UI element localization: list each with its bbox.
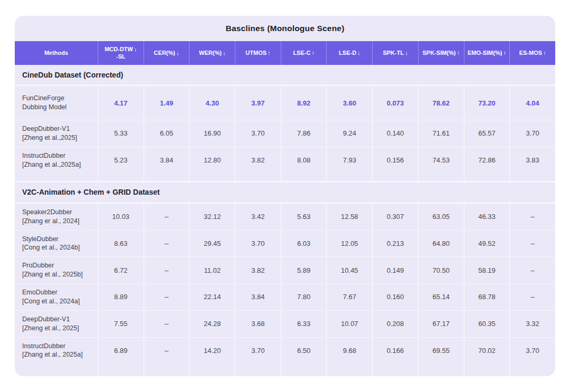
method-citation: [Zheng et al.,2025] [22, 133, 77, 142]
method-citation: [Cong et al., 2024b] [22, 243, 80, 252]
page: Basclines (Monologue Scene) MethodsMCD-D… [0, 0, 570, 392]
metric-value: 9.24 [326, 120, 372, 147]
spacer-cell [326, 364, 372, 376]
table-row: DeepDubber-V1[Zheng et al., 2025]7.55–24… [15, 310, 555, 337]
column-header-content: CER(%)↓ [154, 50, 179, 57]
arrow-up-icon: ↑ [311, 50, 315, 56]
column-header: ES-MOS↑ [509, 41, 555, 65]
metric-value: 63.05 [418, 204, 464, 230]
metric-value: 3.84 [144, 147, 189, 174]
metric-value: 3.60 [326, 86, 372, 120]
column-header-label: UTMOS [245, 50, 267, 56]
metric-value: 22.14 [189, 283, 235, 310]
table-row: Speaker2Dubber[Zhang er al., 2024]10.03–… [15, 204, 555, 230]
metric-value: 3.82 [235, 256, 281, 283]
metric-value: 12.05 [326, 230, 372, 257]
table-row: StyleDubber[Cong et al., 2024b]8.63–29.4… [15, 230, 555, 257]
arrow-up-icon: ↑ [503, 50, 506, 56]
column-header: WER(%)↓ [189, 41, 235, 65]
metric-value: 3.70 [509, 337, 555, 364]
metric-value: – [509, 256, 555, 283]
metric-value: – [144, 256, 189, 283]
metric-value: 11.02 [189, 256, 235, 283]
metric-value: 0.149 [372, 256, 418, 283]
column-header-label: SPK-SIM(%) [423, 50, 456, 56]
metric-value: 0.307 [372, 204, 418, 230]
metric-value: 73.20 [464, 86, 510, 120]
metric-value: 68.78 [464, 283, 510, 310]
metric-value: – [509, 283, 555, 310]
table-header-row: MethodsMCD-DTW↓-SLCER(%)↓WER(%)↓UTMOS↑LS… [15, 41, 555, 65]
metric-value: 8.08 [281, 147, 327, 174]
metric-value: 0.073 [372, 86, 418, 120]
spacer-cell [509, 174, 555, 181]
metric-value: 9.68 [326, 337, 372, 364]
spacer-cell [326, 174, 372, 181]
method-citation: [Zheng et al., 2025] [22, 324, 79, 333]
metric-value: – [509, 230, 555, 257]
table-row: FunCineForgeDubbing Model4.171.494.303.9… [15, 86, 555, 120]
spacer-cell [372, 174, 418, 181]
column-header: EMO-SIM(%)↑ [464, 41, 510, 65]
spacer-cell [98, 364, 144, 376]
section-heading: V2C-Animation + Chem + GRID Dataset [15, 183, 555, 204]
arrow-down-icon: ↓ [223, 50, 226, 56]
section-bottom-padding [15, 174, 555, 181]
column-header-label: Methods [44, 50, 68, 56]
metric-value: 4.04 [509, 86, 555, 120]
metric-value: 6.50 [281, 337, 327, 364]
metric-value: 49.52 [464, 230, 510, 257]
table-body: CineDub Dataset (Corrected)FunCineForgeD… [15, 65, 555, 376]
metric-value: 10.03 [98, 204, 144, 230]
metric-value: – [144, 337, 189, 364]
table-row: InstructDubber[Zhang et al., 2025a]6.89–… [15, 337, 555, 364]
arrow-down-icon: ↓ [405, 50, 408, 56]
metric-value: 8.89 [98, 283, 144, 310]
column-header-content: LSE-D↓ [339, 50, 360, 57]
metric-value: 10.07 [326, 310, 372, 337]
spacer-cell [509, 364, 555, 376]
spacer-cell [281, 364, 327, 376]
method-name: Speaker2Dubber [22, 208, 72, 217]
method-name: StyleDubber [22, 235, 59, 244]
arrow-down-icon: ↓ [134, 46, 137, 52]
column-header-content: WER(%)↓ [199, 50, 225, 57]
metric-value: 72.86 [464, 147, 510, 174]
metric-value: 4.30 [189, 86, 235, 120]
metric-value: 65.14 [418, 283, 464, 310]
metric-value: 3.68 [235, 310, 281, 337]
column-header-content: MCD-DTW↓-SL [104, 46, 137, 61]
column-header: LSE-D↓ [326, 41, 372, 65]
spacer-cell [372, 364, 418, 376]
column-header-label: ES-MOS [519, 50, 542, 56]
metric-value: 7.93 [326, 147, 372, 174]
column-header-label-line2: -SL [104, 53, 137, 61]
method-cell: StyleDubber[Cong et al., 2024b] [15, 230, 98, 257]
method-citation: [Cong et al., 2024a] [22, 297, 80, 306]
column-header: UTMOS↑ [235, 41, 281, 65]
spacer-cell [464, 364, 510, 376]
arrow-up-icon: ↑ [268, 50, 271, 56]
column-header-content: SPK-TL↓ [383, 50, 407, 57]
metric-value: 69.55 [418, 337, 464, 364]
spacer-cell [15, 174, 98, 181]
spacer-cell [418, 174, 464, 181]
metric-value: 10.45 [326, 256, 372, 283]
column-header: LSE-C↑ [281, 41, 327, 65]
method-cell: DeepDubber-V1[Zheng et al., 2025] [15, 310, 98, 337]
metric-value: 0.160 [372, 283, 418, 310]
metric-value: 0.208 [372, 310, 418, 337]
column-header-content: ES-MOS↑ [519, 50, 546, 57]
metric-value: 1.49 [144, 86, 189, 120]
table-row: ProDubber[Zhang et al., 2025b]6.72–11.02… [15, 256, 555, 283]
metric-value: 7.86 [281, 120, 327, 147]
method-name: DeepDubber-V1 [22, 125, 70, 133]
metric-value: – [144, 230, 189, 257]
column-header: SPK-TL↓ [372, 41, 418, 65]
metric-value: 70.50 [418, 256, 464, 283]
spacer-cell [189, 364, 235, 376]
metric-value: 5.33 [98, 120, 144, 147]
metric-value: 0.166 [372, 337, 418, 364]
metric-value: 32.12 [189, 204, 235, 230]
column-header-label: SPK-TL [383, 50, 404, 56]
